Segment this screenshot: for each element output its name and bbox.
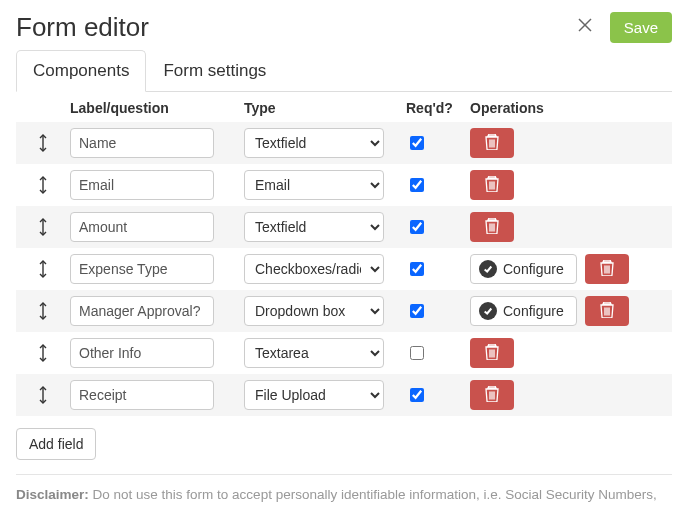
drag-handle-icon[interactable] xyxy=(16,301,70,321)
col-header-type: Type xyxy=(244,100,406,116)
table-row: TextfieldEmailTextareaCheckboxes/radiosD… xyxy=(16,374,672,416)
disclaimer-text: Do not use this form to accept personall… xyxy=(16,487,657,505)
label-input[interactable] xyxy=(70,212,214,242)
delete-button[interactable] xyxy=(585,254,629,284)
rows-container: TextfieldEmailTextareaCheckboxes/radiosD… xyxy=(16,122,672,416)
col-header-label: Label/question xyxy=(70,100,244,116)
tab-components[interactable]: Components xyxy=(16,50,146,92)
type-select[interactable]: TextfieldEmailTextareaCheckboxes/radiosD… xyxy=(244,128,384,158)
type-select[interactable]: TextfieldEmailTextareaCheckboxes/radiosD… xyxy=(244,380,384,410)
delete-button[interactable] xyxy=(470,128,514,158)
col-header-reqd: Req'd? xyxy=(406,100,470,116)
close-icon xyxy=(577,17,593,38)
label-input[interactable] xyxy=(70,254,214,284)
page-title: Form editor xyxy=(16,12,149,43)
drag-handle-icon[interactable] xyxy=(16,259,70,279)
divider xyxy=(16,474,672,475)
required-checkbox[interactable] xyxy=(410,262,424,276)
trash-icon xyxy=(600,260,614,279)
type-select[interactable]: TextfieldEmailTextareaCheckboxes/radiosD… xyxy=(244,338,384,368)
disclaimer-label: Disclaimer: xyxy=(16,487,89,502)
type-select[interactable]: TextfieldEmailTextareaCheckboxes/radiosD… xyxy=(244,170,384,200)
label-input[interactable] xyxy=(70,380,214,410)
col-header-ops: Operations xyxy=(470,100,672,116)
required-checkbox[interactable] xyxy=(410,178,424,192)
label-input[interactable] xyxy=(70,338,214,368)
trash-icon xyxy=(485,134,499,153)
tab-form-settings[interactable]: Form settings xyxy=(146,50,283,92)
table-row: TextfieldEmailTextareaCheckboxes/radiosD… xyxy=(16,290,672,332)
add-field-button[interactable]: Add field xyxy=(16,428,96,460)
table-row: TextfieldEmailTextareaCheckboxes/radiosD… xyxy=(16,206,672,248)
label-input[interactable] xyxy=(70,128,214,158)
close-button[interactable] xyxy=(572,15,598,41)
configure-label: Configure xyxy=(503,303,564,319)
drag-handle-icon[interactable] xyxy=(16,175,70,195)
columns-header: Label/question Type Req'd? Operations xyxy=(16,92,672,122)
required-checkbox[interactable] xyxy=(410,220,424,234)
delete-button[interactable] xyxy=(585,296,629,326)
configure-button[interactable]: Configure xyxy=(470,296,577,326)
type-select[interactable]: TextfieldEmailTextareaCheckboxes/radiosD… xyxy=(244,254,384,284)
required-checkbox[interactable] xyxy=(410,346,424,360)
delete-button[interactable] xyxy=(470,170,514,200)
disclaimer: Disclaimer: Do not use this form to acce… xyxy=(16,485,672,505)
delete-button[interactable] xyxy=(470,338,514,368)
drag-handle-icon[interactable] xyxy=(16,343,70,363)
drag-handle-icon[interactable] xyxy=(16,385,70,405)
table-row: TextfieldEmailTextareaCheckboxes/radiosD… xyxy=(16,122,672,164)
required-checkbox[interactable] xyxy=(410,136,424,150)
delete-button[interactable] xyxy=(470,380,514,410)
trash-icon xyxy=(485,386,499,405)
label-input[interactable] xyxy=(70,170,214,200)
table-row: TextfieldEmailTextareaCheckboxes/radiosD… xyxy=(16,332,672,374)
trash-icon xyxy=(600,302,614,321)
required-checkbox[interactable] xyxy=(410,304,424,318)
type-select[interactable]: TextfieldEmailTextareaCheckboxes/radiosD… xyxy=(244,296,384,326)
check-circle-icon xyxy=(479,260,497,278)
drag-handle-icon[interactable] xyxy=(16,217,70,237)
save-button[interactable]: Save xyxy=(610,12,672,43)
type-select[interactable]: TextfieldEmailTextareaCheckboxes/radiosD… xyxy=(244,212,384,242)
configure-label: Configure xyxy=(503,261,564,277)
label-input[interactable] xyxy=(70,296,214,326)
table-row: TextfieldEmailTextareaCheckboxes/radiosD… xyxy=(16,248,672,290)
trash-icon xyxy=(485,344,499,363)
tabs: Components Form settings xyxy=(16,49,672,92)
required-checkbox[interactable] xyxy=(410,388,424,402)
check-circle-icon xyxy=(479,302,497,320)
trash-icon xyxy=(485,218,499,237)
delete-button[interactable] xyxy=(470,212,514,242)
drag-handle-icon[interactable] xyxy=(16,133,70,153)
table-row: TextfieldEmailTextareaCheckboxes/radiosD… xyxy=(16,164,672,206)
configure-button[interactable]: Configure xyxy=(470,254,577,284)
trash-icon xyxy=(485,176,499,195)
